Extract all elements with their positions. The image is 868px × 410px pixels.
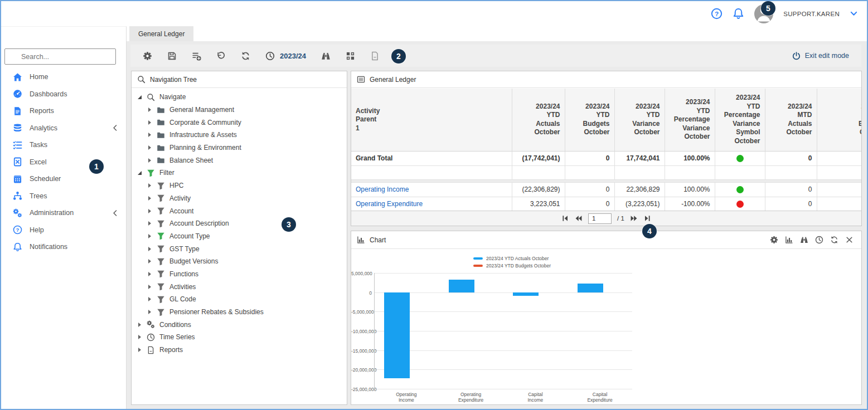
sidebar-item-excel[interactable]: Excel <box>1 154 126 171</box>
green-dot-icon <box>736 155 744 162</box>
find-icon[interactable] <box>800 236 808 244</box>
sidebar-item-trees[interactable]: Trees <box>1 188 126 205</box>
tree-item-gl-code[interactable]: GL Code <box>132 293 347 306</box>
tree-expander-icon[interactable] <box>147 158 153 163</box>
tree-expander-icon[interactable] <box>147 208 153 214</box>
previous-page-button[interactable] <box>575 214 583 222</box>
column-header[interactable]: Activity Parent 1 <box>351 89 512 151</box>
tree-item-balance-sheet[interactable]: Balance Sheet <box>132 154 347 167</box>
row-link[interactable]: Operating Expenditure <box>356 200 423 208</box>
sidebar-item-home[interactable]: Home <box>1 69 126 86</box>
widgets-icon[interactable] <box>346 51 355 61</box>
undo-icon[interactable] <box>216 51 226 61</box>
column-header[interactable]: 2023/24 YTD Budgets October <box>565 89 614 151</box>
tree-expander-icon[interactable] <box>147 120 153 125</box>
refresh-icon[interactable] <box>241 51 250 61</box>
settings-icon[interactable] <box>143 51 152 61</box>
tree-item-corporate-community[interactable]: Corporate & Community <box>132 116 347 129</box>
sidebar-item-help[interactable]: ?Help <box>1 222 126 239</box>
tree-item-functions[interactable]: Functions <box>132 268 347 281</box>
tree-expander-icon[interactable] <box>137 170 143 175</box>
tree-expander-icon[interactable] <box>147 258 153 264</box>
y-axis-tick-label: -25,000,000 <box>351 387 372 392</box>
tree-expander-icon[interactable] <box>147 284 153 290</box>
tree-item-account[interactable]: Account <box>132 204 347 217</box>
chevron-left-icon[interactable] <box>111 209 119 217</box>
sidebar-item-tasks[interactable]: Tasks <box>1 136 126 154</box>
tree-expander-icon[interactable] <box>147 132 153 138</box>
sidebar-item-reports[interactable]: Reports <box>1 102 126 120</box>
period-selector[interactable]: 2023/24 <box>265 51 306 61</box>
bar-chart-icon[interactable] <box>785 236 793 244</box>
table-cell: 0 <box>565 151 614 165</box>
save-icon[interactable] <box>167 51 177 61</box>
tree-expander-icon[interactable] <box>147 183 153 188</box>
chevron-left-icon[interactable] <box>111 124 119 131</box>
tree-item-planning-environment[interactable]: Planning & Environment <box>132 141 347 154</box>
tree-item-account-type[interactable]: Account Type <box>132 230 347 243</box>
tree-expander-icon[interactable] <box>147 145 153 150</box>
last-page-button[interactable] <box>643 214 651 222</box>
column-header[interactable]: 2023/24 YTD Percentage Variance October <box>665 89 715 151</box>
tree-item-navigate[interactable]: Navigate <box>132 91 347 104</box>
tree-expander-icon[interactable] <box>147 309 153 315</box>
first-page-button[interactable] <box>561 214 569 222</box>
close-icon[interactable] <box>845 236 854 244</box>
column-header[interactable]: 2023/24 YTD Actuals October <box>512 89 565 151</box>
row-link[interactable]: Operating Income <box>356 186 409 193</box>
bar-operating-income <box>384 292 410 379</box>
sidebar-item-dashboards[interactable]: Dashboards <box>1 86 126 103</box>
tree-item-budget-versions[interactable]: Budget Versions <box>132 255 347 268</box>
tree-item-activities[interactable]: Activities <box>132 280 347 293</box>
navigation-tree: NavigateGeneral ManagementCorporate & Co… <box>132 89 347 404</box>
sidebar-item-notifications[interactable]: Notifications <box>1 238 126 256</box>
tree-expander-icon[interactable] <box>137 322 143 328</box>
next-page-button[interactable] <box>630 214 638 222</box>
tree-item-activity[interactable]: Activity <box>132 192 347 205</box>
column-header[interactable]: 2023/24 MTD Actuals October <box>765 89 817 151</box>
y-axis-tick-label: 0 <box>351 290 372 296</box>
tree-expander-icon[interactable] <box>137 347 143 353</box>
tree-expander-icon[interactable] <box>137 94 143 100</box>
exit-edit-mode-button[interactable]: Exit edit mode <box>792 52 849 60</box>
sidebar-item-scheduler[interactable]: Scheduler <box>1 170 126 188</box>
tree-item-conditions[interactable]: Conditions <box>132 318 347 331</box>
tree-item-gst-type[interactable]: GST Type <box>132 242 347 255</box>
tree-expander-icon[interactable] <box>147 296 153 302</box>
column-header[interactable]: 2023/24 YTD Percentage Variance Symbol O… <box>715 89 765 151</box>
tree-expander-icon[interactable] <box>147 233 153 239</box>
tree-item-account-description[interactable]: Account Description <box>132 217 347 230</box>
tree-expander-icon[interactable] <box>147 246 153 252</box>
tree-item-general-management[interactable]: General Management <box>132 104 347 116</box>
add-steps-icon[interactable] <box>192 51 201 61</box>
tree-expander-icon[interactable] <box>137 334 143 340</box>
chevron-down-icon[interactable] <box>850 9 858 18</box>
column-header[interactable]: 2023/24 YTD Variance October <box>614 89 665 151</box>
tree-item-filter[interactable]: Filter <box>132 167 347 179</box>
notifications-bell-icon[interactable] <box>733 8 744 19</box>
document-icon[interactable] <box>370 51 380 61</box>
settings-icon[interactable] <box>770 236 778 244</box>
tree-item-reports[interactable]: Reports <box>132 344 347 357</box>
search-input[interactable] <box>4 48 116 65</box>
column-header[interactable]: 2023/24 MTD Budgets October <box>817 89 861 151</box>
page-number-input[interactable] <box>588 213 612 224</box>
tree-expander-icon[interactable] <box>147 107 153 113</box>
tab-bar: General Ledger <box>127 26 867 41</box>
sidebar-item-administration[interactable]: Administration <box>1 204 126 222</box>
refresh-icon[interactable] <box>830 236 838 244</box>
username[interactable]: SUPPORT.KAREN <box>783 11 840 17</box>
tree-item-time-series[interactable]: Time Series <box>132 331 347 344</box>
tab-general-ledger[interactable]: General Ledger <box>129 26 193 41</box>
find-icon[interactable] <box>321 51 331 61</box>
help-icon[interactable]: ? <box>711 8 722 19</box>
tree-item-pensioner-rebates-subsidies[interactable]: Pensioner Rebates & Subsidies <box>132 306 347 319</box>
tree-expander-icon[interactable] <box>147 271 153 277</box>
tree-expander-icon[interactable] <box>147 196 153 201</box>
tree-item-infrastructure-assets[interactable]: Infrastructure & Assets <box>132 129 347 141</box>
bell-icon <box>13 242 22 252</box>
clock-icon[interactable] <box>815 236 823 244</box>
tree-item-hpc[interactable]: HPC <box>132 179 347 192</box>
tree-expander-icon[interactable] <box>147 221 153 226</box>
sidebar-item-analytics[interactable]: Analytics <box>1 120 126 137</box>
